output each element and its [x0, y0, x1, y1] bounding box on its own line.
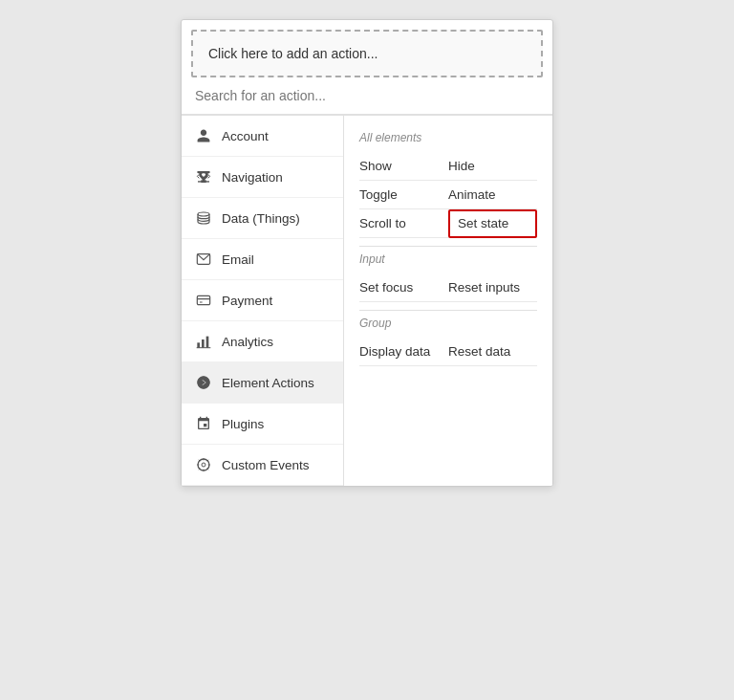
action-set-state[interactable]: Set state — [448, 209, 537, 238]
payment-icon — [195, 292, 212, 309]
section-label-input: Input — [359, 252, 537, 266]
search-input[interactable] — [195, 88, 539, 103]
sidebar-item-analytics-label: Analytics — [222, 335, 273, 349]
sidebar-item-analytics[interactable]: Analytics — [182, 321, 343, 362]
section-label-group: Group — [359, 317, 537, 330]
action-reset-data[interactable]: Reset data — [448, 338, 537, 366]
sidebar-item-email[interactable]: Email — [182, 239, 343, 280]
sidebar-item-data[interactable]: Data (Things) — [182, 198, 343, 239]
svg-rect-7 — [197, 342, 200, 347]
main-content: Account Navigation Data (Things) — [182, 115, 552, 486]
sidebar-item-navigation-label: Navigation — [222, 170, 283, 185]
svg-rect-4 — [197, 295, 209, 304]
sidebar-item-plugins[interactable]: Plugins — [182, 404, 343, 445]
add-action-label: Click here to add an action... — [208, 46, 378, 61]
action-hide[interactable]: Hide — [448, 152, 537, 181]
section-label-all-elements: All elements — [359, 131, 537, 144]
action-scroll-to[interactable]: Scroll to — [359, 209, 448, 238]
analytics-icon — [195, 333, 212, 350]
navigation-icon — [195, 168, 212, 186]
custom-events-icon — [195, 456, 212, 473]
sidebar-item-custom-events[interactable]: Custom Events — [182, 445, 343, 486]
account-icon — [195, 127, 212, 144]
action-reset-inputs[interactable]: Reset inputs — [448, 273, 537, 302]
sidebar-item-element-actions[interactable]: Element Actions — [182, 362, 343, 404]
add-action-bar[interactable]: Click here to add an action... — [191, 30, 543, 77]
sidebar-item-email-label: Email — [222, 252, 254, 267]
sidebar-item-payment[interactable]: Payment — [182, 280, 343, 321]
svg-rect-1 — [198, 172, 209, 174]
group-grid: Display data Reset data — [359, 338, 537, 366]
sidebar-item-data-label: Data (Things) — [222, 211, 300, 226]
svg-point-12 — [202, 463, 205, 467]
sidebar-item-payment-label: Payment — [222, 294, 272, 308]
sidebar-item-account-label: Account — [222, 129, 269, 143]
email-icon — [195, 251, 212, 268]
plugins-icon — [195, 415, 212, 432]
svg-rect-9 — [206, 337, 209, 348]
search-bar — [182, 77, 552, 115]
input-grid: Set focus Reset inputs — [359, 273, 537, 302]
sidebar-item-element-actions-label: Element Actions — [222, 376, 314, 390]
action-show[interactable]: Show — [359, 152, 448, 181]
action-display-data[interactable]: Display data — [359, 338, 448, 366]
sidebar-item-plugins-label: Plugins — [222, 417, 264, 431]
action-set-focus[interactable]: Set focus — [359, 273, 448, 302]
sidebar-item-navigation[interactable]: Navigation — [182, 157, 343, 198]
sidebar: Account Navigation Data (Things) — [182, 116, 344, 486]
action-toggle[interactable]: Toggle — [359, 181, 448, 209]
sidebar-item-custom-events-label: Custom Events — [222, 458, 310, 472]
action-animate[interactable]: Animate — [448, 181, 537, 209]
svg-rect-8 — [202, 339, 205, 348]
all-elements-grid: Show Hide Toggle Animate Scroll to Set s… — [359, 152, 537, 238]
element-actions-icon — [195, 374, 212, 391]
svg-point-2 — [198, 212, 209, 216]
sidebar-item-account[interactable]: Account — [182, 116, 343, 157]
content-panel: All elements Show Hide Toggle Animate Sc… — [344, 116, 552, 486]
data-icon — [195, 209, 212, 227]
